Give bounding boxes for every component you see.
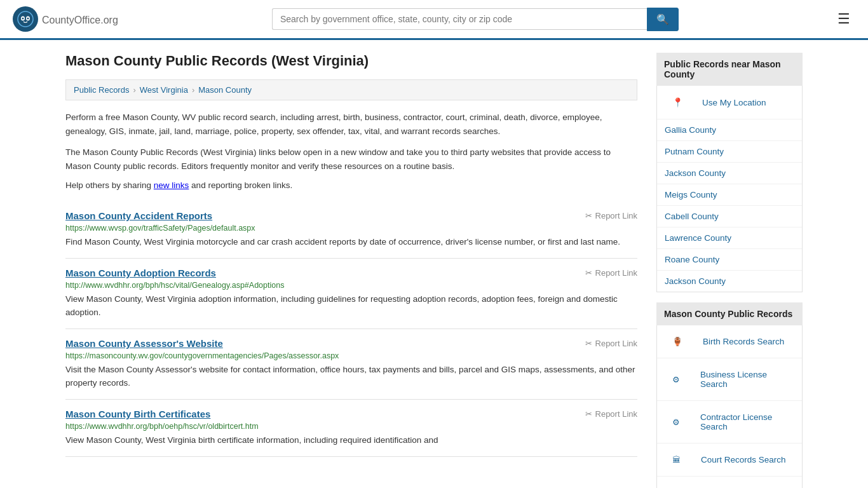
intro-paragraph-1: Perform a free Mason County, WV public r…	[65, 111, 637, 138]
nearby-county-link[interactable]: Meigs County	[657, 184, 802, 205]
new-links[interactable]: new links	[154, 180, 189, 190]
nearby-county-item[interactable]: Meigs County	[657, 184, 802, 206]
logo-area[interactable]: CountyOffice.org	[13, 6, 118, 32]
report-link-label: Report Link	[595, 409, 637, 419]
nearby-header: Public Records near Mason County	[656, 53, 803, 86]
nearby-county-link[interactable]: Gallia County	[657, 119, 802, 140]
record-title[interactable]: Mason County Accident Reports	[65, 210, 212, 221]
record-card: Mason County Assessor's Website ✂ Report…	[65, 329, 637, 400]
record-desc: Visit the Mason County Assessor's websit…	[65, 363, 637, 390]
record-icon: 🏺	[665, 331, 690, 352]
nearby-county-link[interactable]: Jackson County	[657, 271, 802, 292]
records-list: Mason County Accident Reports ✂ Report L…	[65, 201, 637, 457]
nearby-county-item[interactable]: Lawrence County	[657, 227, 802, 249]
sharing-text: Help others by sharing new links and rep…	[65, 180, 637, 190]
record-icon: 🏛	[665, 449, 688, 470]
menu-button[interactable]: ☰	[832, 8, 855, 30]
report-link[interactable]: ✂ Report Link	[585, 268, 637, 278]
mason-record-item[interactable]: 🏛 Court Records Search	[657, 444, 802, 477]
mason-record-item[interactable]: 🔍 Criminal Records Search	[657, 477, 802, 488]
breadcrumb-sep-1: ›	[133, 85, 135, 95]
page-title: Mason County Public Records (West Virgin…	[65, 53, 637, 69]
nearby-county-link[interactable]: Roane County	[657, 249, 802, 270]
intro-paragraph-2: The Mason County Public Records (West Vi…	[65, 146, 637, 173]
nearby-list: 📍 Use My Location Gallia CountyPutnam Co…	[656, 86, 803, 292]
sharing-before: Help others by sharing	[65, 180, 154, 190]
nearby-county-item[interactable]: Roane County	[657, 249, 802, 271]
use-my-location-item[interactable]: 📍 Use My Location	[657, 86, 802, 119]
search-input[interactable]	[272, 8, 647, 30]
report-link[interactable]: ✂ Report Link	[585, 409, 637, 419]
logo-brand: CountyOffice	[42, 15, 100, 25]
nearby-county-link[interactable]: Putnam County	[657, 141, 802, 162]
scissors-icon: ✂	[585, 409, 592, 419]
record-url[interactable]: https://www.wvdhhr.org/bph/oehp/hsc/vr/o…	[65, 422, 637, 431]
record-desc: View Mason County, West Virginia adoptio…	[65, 293, 637, 320]
nearby-county-link[interactable]: Cabell County	[657, 206, 802, 227]
sharing-after: and reporting broken links.	[189, 180, 292, 190]
record-title[interactable]: Mason County Adoption Records	[65, 268, 216, 278]
record-card: Mason County Birth Certificates ✂ Report…	[65, 400, 637, 457]
breadcrumb-public-records[interactable]: Public Records	[74, 85, 129, 95]
record-card: Mason County Accident Reports ✂ Report L…	[65, 201, 637, 259]
record-title[interactable]: Mason County Assessor's Website	[65, 338, 223, 349]
record-url[interactable]: https://masoncounty.wv.gov/countygovernm…	[65, 351, 637, 360]
logo-text: CountyOffice.org	[42, 12, 118, 27]
use-my-location-btn[interactable]: 📍 Use My Location	[657, 86, 802, 119]
main-layout: Mason County Public Records (West Virgin…	[53, 40, 815, 488]
mason-record-link[interactable]: 🏛 Court Records Search	[657, 444, 802, 476]
mason-record-label: Birth Records Search	[695, 331, 792, 352]
mason-record-link[interactable]: 🔍 Criminal Records Search	[657, 477, 802, 488]
menu-icon: ☰	[837, 11, 850, 27]
pin-icon: 📍	[665, 92, 691, 113]
report-link-label: Report Link	[595, 339, 637, 348]
nearby-county-item[interactable]: Jackson County	[657, 271, 802, 292]
svg-point-3	[22, 18, 24, 20]
mason-records-section: Mason County Public Records 🏺 Birth Reco…	[656, 302, 803, 488]
record-card: Mason County Adoption Records ✂ Report L…	[65, 259, 637, 329]
record-icon: ⚙	[665, 369, 688, 390]
report-link[interactable]: ✂ Report Link	[585, 339, 637, 348]
mason-record-item[interactable]: ⚙ Contractor License Search	[657, 401, 802, 444]
main-content: Mason County Public Records (West Virgin…	[65, 53, 637, 488]
breadcrumb-west-virginia[interactable]: West Virginia	[140, 85, 188, 95]
breadcrumb-mason-county[interactable]: Mason County	[198, 85, 252, 95]
nearby-county-item[interactable]: Gallia County	[657, 119, 802, 141]
mason-record-item[interactable]: 🏺 Birth Records Search	[657, 325, 802, 358]
mason-record-link[interactable]: ⚙ Contractor License Search	[657, 401, 802, 443]
record-url[interactable]: http://www.wvdhhr.org/bph/hsc/vital/Gene…	[65, 281, 637, 290]
mason-record-link[interactable]: 🏺 Birth Records Search	[657, 325, 802, 358]
scissors-icon: ✂	[585, 211, 592, 220]
mason-record-item[interactable]: ⚙ Business License Search	[657, 358, 802, 401]
breadcrumb: Public Records › West Virginia › Mason C…	[65, 79, 637, 100]
report-link-label: Report Link	[595, 268, 637, 278]
nearby-county-link[interactable]: Jackson County	[657, 163, 802, 184]
sidebar: Public Records near Mason County 📍 Use M…	[656, 53, 803, 488]
nearby-county-item[interactable]: Jackson County	[657, 163, 802, 184]
mason-record-label: Business License Search	[693, 364, 794, 395]
mason-record-label: Criminal Records Search	[695, 482, 794, 488]
report-link[interactable]: ✂ Report Link	[585, 211, 637, 220]
logo-icon	[13, 6, 38, 32]
nearby-section: Public Records near Mason County 📍 Use M…	[656, 53, 803, 292]
logo-suffix: .org	[100, 15, 118, 25]
record-url[interactable]: https://www.wvsp.gov/trafficSafety/Pages…	[65, 224, 637, 233]
scissors-icon: ✂	[585, 268, 592, 278]
header: CountyOffice.org 🔍 ☰	[0, 0, 868, 40]
mason-records-header: Mason County Public Records	[656, 302, 803, 325]
use-my-location-label: Use My Location	[695, 92, 774, 113]
nearby-county-item[interactable]: Putnam County	[657, 141, 802, 163]
nearby-county-link[interactable]: Lawrence County	[657, 227, 802, 248]
mason-record-label: Court Records Search	[693, 449, 794, 470]
nearby-county-item[interactable]: Cabell County	[657, 206, 802, 227]
search-button[interactable]: 🔍	[647, 8, 679, 31]
breadcrumb-sep-2: ›	[192, 85, 194, 95]
scissors-icon: ✂	[585, 339, 592, 348]
svg-point-4	[27, 18, 29, 20]
mason-record-link[interactable]: ⚙ Business License Search	[657, 358, 802, 400]
record-desc: View Mason County, West Virginia birth c…	[65, 434, 637, 447]
svg-point-0	[18, 11, 33, 27]
search-icon: 🔍	[656, 14, 669, 25]
record-desc: Find Mason County, West Virginia motorcy…	[65, 236, 637, 249]
record-title[interactable]: Mason County Birth Certificates	[65, 409, 210, 419]
